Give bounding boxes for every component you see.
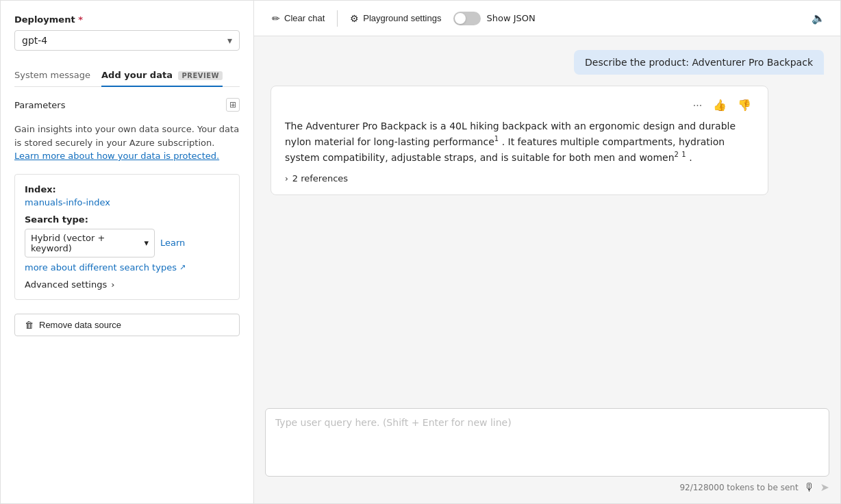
references-label: 2 references [292,173,348,184]
chevron-down-icon: ▾ [144,238,149,248]
chevron-right-icon: › [111,279,114,290]
tab-add-your-data[interactable]: Add your data PREVIEW [101,64,223,87]
toolbar-divider [337,10,338,27]
user-message-bubble: Describe the product: Adventurer Pro Bac… [574,50,824,75]
learn-more-search-types-link[interactable]: more about different search types ↗ [25,262,186,273]
data-box: Index: manuals-info-index Search type: H… [14,174,240,300]
description-text: Gain insights into your own data source.… [14,123,240,163]
search-type-row: Hybrid (vector + keyword) ▾ Learn [25,229,229,257]
thumb-up-icon: 👍 [713,99,727,111]
chat-area: Describe the product: Adventurer Pro Bac… [254,36,840,400]
advanced-settings-row[interactable]: Advanced settings › [25,279,229,290]
learn-more-link[interactable]: Learn more about how your data is protec… [14,151,219,161]
thumb-up-button[interactable]: 👍 [710,97,729,113]
references-row[interactable]: › 2 references [285,173,754,184]
show-json-toggle[interactable] [453,12,481,25]
tabs-row: System message Add your data PREVIEW [14,64,240,87]
toggle-knob [455,13,466,24]
index-value-link[interactable]: manuals-info-index [25,197,229,207]
parameters-row: Parameters ⊞ [14,98,240,112]
clear-chat-button[interactable]: ✏ Clear chat [265,9,331,28]
search-type-dropdown[interactable]: Hybrid (vector + keyword) ▾ [25,229,155,257]
speaker-icon[interactable]: 🔈 [807,8,829,29]
chevron-down-icon: ▾ [227,35,232,46]
chevron-right-icon: › [285,174,288,184]
ai-response-actions: ··· 👍 👎 [285,97,754,113]
settings-icon: ⚙ [350,13,359,24]
token-count: 92/128000 tokens to be sent [679,483,798,492]
trash-icon: 🗑 [25,320,34,330]
send-icon[interactable]: ➤ [820,481,829,494]
thumb-down-button[interactable]: 👎 [735,97,754,113]
external-link-icon: ↗ [179,263,186,272]
toolbar: ✏ Clear chat ⚙ Playground settings Show … [254,1,840,36]
superscript-2: 2 [675,151,679,158]
deployment-label: Deployment * [14,14,240,25]
show-json-label: Show JSON [486,13,535,23]
learn-more-row: more about different search types ↗ [25,262,229,273]
input-footer: 92/128000 tokens to be sent 🎙 ➤ [265,477,829,501]
playground-settings-button[interactable]: ⚙ Playground settings [343,9,448,28]
required-indicator: * [78,14,83,25]
deployment-value: gpt-4 [22,35,47,46]
deployment-dropdown[interactable]: gpt-4 ▾ [14,30,240,51]
preview-badge: PREVIEW [178,71,223,80]
more-options-button[interactable]: ··· [690,97,705,113]
parameters-label: Parameters [14,100,65,110]
superscript-3: 1 [681,151,686,158]
clear-chat-icon: ✏ [272,13,280,24]
input-area: Type user query here. (Shift + Enter for… [254,400,840,503]
ai-response-card: ··· 👍 👎 The Adventurer Pro Backpack is a… [271,86,768,195]
search-type-label: Search type: [25,214,229,225]
index-label: Index: [25,184,229,194]
microphone-icon[interactable]: 🎙 [804,481,815,494]
show-json-toggle-row: Show JSON [453,12,535,25]
superscript-1: 1 [494,135,499,142]
more-icon: ··· [693,99,702,111]
ai-response-text: The Adventurer Pro Backpack is a 40L hik… [285,118,754,165]
right-panel: ✏ Clear chat ⚙ Playground settings Show … [254,1,840,503]
parameters-icon[interactable]: ⊞ [226,98,240,112]
user-query-input[interactable]: Type user query here. (Shift + Enter for… [265,408,829,477]
learn-link[interactable]: Learn [160,238,185,248]
left-panel: Deployment * gpt-4 ▾ System message Add … [1,1,254,503]
tab-system-message[interactable]: System message [14,64,90,87]
remove-data-source-button[interactable]: 🗑 Remove data source [14,314,240,336]
thumb-down-icon: 👎 [738,99,751,111]
